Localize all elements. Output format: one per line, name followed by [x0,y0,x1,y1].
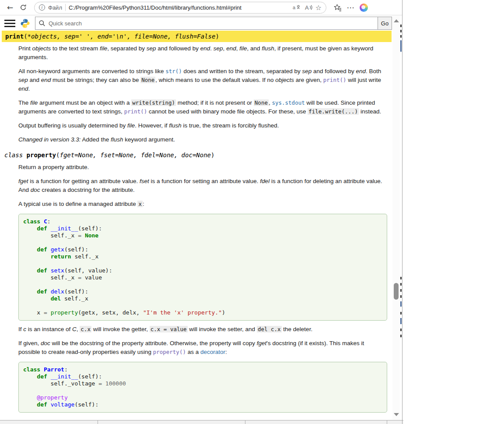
svg-text:A: A [305,4,309,11]
screenshot-root: { "toolbar": { "site_label": "Файл", "ur… [0,0,504,424]
code-block-class-c: class C: def __init__(self): self._x = N… [18,214,387,321]
print-description: Print objects to the text stream file, s… [18,44,387,144]
paragraph: Print objects to the text stream file, s… [18,44,387,62]
window-edge [402,0,402,424]
paragraph: If c is an instance of C, c.x will invok… [18,325,387,334]
paragraph: Output buffering is usually determined b… [18,121,387,130]
svg-text:a: a [293,5,296,10]
browser-window: ← i Файл C:/Program%20Files/Python311/Do… [0,0,402,424]
property-link[interactable]: property() [153,349,186,355]
paragraph: All non-keyword arguments are converted … [18,67,387,93]
property-signature: class property(fget=None, fset=None, fde… [0,149,392,161]
menu-icon[interactable] [4,20,15,27]
sys-stdout-link[interactable]: sys.stdout [272,99,304,106]
print-link[interactable]: print() [323,77,346,83]
version-changed-note: Changed in version 3.3: Added the flush … [18,135,387,144]
back-button[interactable]: ← [4,1,17,14]
favorites-list-icon [333,4,342,11]
bottom-strip-divider [245,420,245,424]
copilot-icon [360,4,368,12]
address-divider [65,4,66,11]
paragraph: A typical use is to define a managed att… [18,200,387,208]
bottom-strip-divider [387,420,387,424]
print-link[interactable]: print() [124,108,147,115]
python-logo-icon[interactable] [20,18,30,28]
site-label: Файл [48,4,62,11]
translate-icon[interactable]: a [293,4,301,11]
search-input[interactable] [35,17,378,30]
scroll-up-arrow[interactable] [394,19,399,22]
address-bar[interactable]: i Файл C:/Program%20Files/Python311/Doc/… [34,2,326,14]
scroll-thumb[interactable] [394,283,399,300]
paragraph: The file argument must be an object with… [18,99,387,116]
docs-header: Go [0,16,402,31]
go-button[interactable]: Go [378,17,392,30]
browser-toolbar: ← i Файл C:/Program%20Files/Python311/Do… [0,0,402,15]
favorites-list-button[interactable] [331,1,344,14]
search-form: Go [35,17,392,30]
str-link[interactable]: str() [165,68,182,74]
paragraph: If given, doc will be the docstring of t… [18,339,387,357]
refresh-button[interactable] [17,1,30,14]
scroll-down-arrow[interactable] [394,413,399,416]
property-description: Return a property attribute. fget is a f… [18,163,387,413]
paragraph: Return a property attribute. [18,163,387,172]
search-icon [38,20,46,28]
refresh-icon [20,4,27,11]
decorator-link[interactable]: decorator [200,349,225,355]
favorites-star-icon[interactable]: ☆ [315,4,322,12]
read-aloud-icon[interactable]: A [304,4,312,11]
settings-more-button[interactable]: ⋯ [344,1,357,14]
page-info-icon[interactable]: i [39,4,45,11]
bottom-strip [0,420,403,424]
doc-content: print(*objects, sep=' ', end='\n', file=… [0,31,392,420]
copilot-button[interactable] [357,1,370,14]
paragraph: fget is a function for getting an attrib… [18,177,387,194]
bottom-strip-divider [98,420,98,424]
code-block-parrot: class Parrot: def __init__(self): self._… [18,362,387,413]
url-text: C:/Program%20Files/Python311/Doc/html/li… [69,4,290,11]
print-signature: print(*objects, sep=' ', end='\n', file=… [2,31,392,42]
page-scrollbar[interactable] [392,16,400,420]
